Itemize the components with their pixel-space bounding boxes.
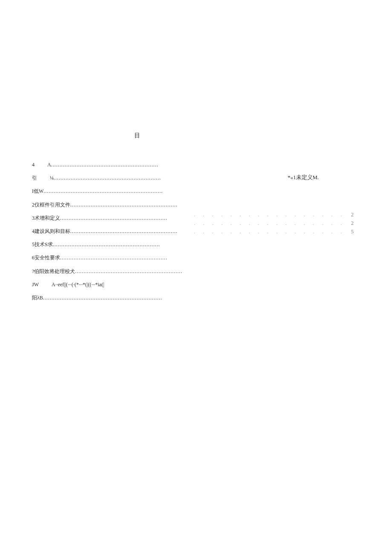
toc-entry: 4 A ....................................… xyxy=(32,161,360,169)
page-title: 目 xyxy=(134,132,140,139)
toc-label: A xyxy=(47,161,51,169)
toc-entry: 2仪框件引用文件 ...............................… xyxy=(32,201,360,209)
toc-label: 3术增和定义 xyxy=(32,214,60,222)
toc-page-row: . . . . . . . . . . . . . . . . . . . . … xyxy=(194,220,354,227)
table-of-contents: 4 A ....................................… xyxy=(32,161,360,302)
toc-leader: ........................................… xyxy=(43,294,162,302)
toc-leader: ........................................… xyxy=(53,241,172,249)
toc-leader: ........................................… xyxy=(43,187,163,195)
toc-label: A··eef||(···(·(*···*(|((···*ia(| xyxy=(52,281,104,289)
toc-label: 4建设风则和目标 xyxy=(32,227,70,235)
toc-prefix: 4 xyxy=(32,161,35,169)
toc-leader-right: . . . . . . . . . . . . . . . . . . . . … xyxy=(194,221,348,226)
toc-entry: I低W ....................................… xyxy=(32,187,360,195)
toc-entry: 5技术S求 ..................................… xyxy=(32,241,360,249)
toc-entry: 6安全性要求 .................................… xyxy=(32,254,360,262)
toc-leader: ........................................… xyxy=(60,254,179,262)
toc-label: 5技术S求 xyxy=(32,241,53,249)
toc-page-row: . . . . . . . . . . . . . . . . . . . . … xyxy=(194,211,354,218)
toc-leader: ........................................… xyxy=(70,201,190,209)
page-title-row: 目 xyxy=(32,131,360,139)
toc-note: *«1未定义M. xyxy=(288,174,319,181)
toc-label: 2仪框件引用文件 xyxy=(32,201,70,209)
toc-leader: ........................................… xyxy=(51,161,170,169)
toc-entry: 阳λB ....................................… xyxy=(32,294,360,302)
toc-page-number: 5 xyxy=(348,228,354,235)
toc-prefix: JW xyxy=(32,281,39,289)
toc-leader-right: . . . . . . . . . . . . . . . . . . . . … xyxy=(194,212,348,217)
toc-label: ⅛ xyxy=(50,174,54,182)
toc-label: 6安全性要求 xyxy=(32,254,60,262)
toc-entry: JW A··eef||(···(·(*···*(|((···*ia(| xyxy=(32,281,360,289)
toc-leader: ........................................… xyxy=(54,174,173,182)
toc-leader: ........................................… xyxy=(70,227,190,235)
toc-label: 阳λB xyxy=(32,294,43,302)
toc-entry: ?伯阳效将处理校犬 ..............................… xyxy=(32,267,360,276)
toc-leader-right: . . . . . . . . . . . . . . . . . . . . … xyxy=(194,229,348,234)
toc-label: I低W xyxy=(32,187,43,195)
toc-page-number: 2 xyxy=(348,220,354,227)
toc-page-row: . . . . . . . . . . . . . . . . . . . . … xyxy=(194,228,354,235)
document-page: 目 4 A ..................................… xyxy=(32,131,360,307)
toc-leader: ........................................… xyxy=(60,214,179,222)
toc-prefix: 引 xyxy=(32,174,37,182)
toc-page-number: 2 xyxy=(348,211,354,218)
toc-page-numbers: . . . . . . . . . . . . . . . . . . . . … xyxy=(194,211,354,237)
toc-label: ?伯阳效将处理校犬 xyxy=(32,267,75,276)
toc-leader: ........................................… xyxy=(75,267,194,276)
